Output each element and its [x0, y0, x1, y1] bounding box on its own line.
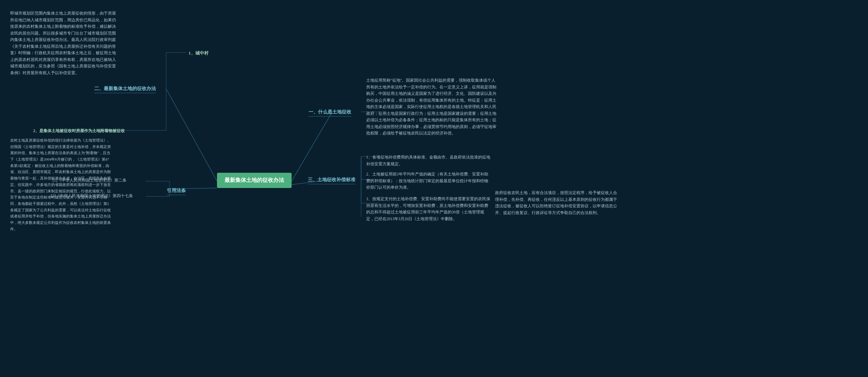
branch-three: 三、土地征收补偿标准: [308, 177, 355, 184]
sub-chengzhongcun: 1、城中村: [189, 50, 209, 56]
ref-2: [2]《中华人民共和国土地管理法》第四十七条: [51, 192, 153, 199]
mind-map: 最新集体土地的征收办法 二、最新集体土地的征收办法 1、城中村 即城市规划区范围…: [0, 0, 868, 377]
ref-1: [1]《中华人民共和国土地管理法》第二条: [53, 177, 154, 184]
svg-line-2: [292, 112, 332, 181]
text-item2: 2、土地被征用前3年平均年产值的确定（有关土地补偿费、安置补助费的补偿标准）：按…: [366, 171, 492, 191]
branch-one: 一、什么是土地征收: [309, 109, 351, 117]
text-item1: 1、各项征地补偿费用的具体标准、金额由市、县政府依法批准的征地补偿安置方案规定。: [366, 154, 492, 167]
text-what-is: 土地征用简称"征地"。国家因社会公共利益的需要，强制收取集体或个人所有的土地并依…: [366, 77, 498, 137]
text-fuzhaowu: 农村土地及房屋征收补偿的现行法律依据为《土地管理法》。但我国《土地管理法》规定的…: [10, 137, 112, 232]
text-chengzhongcun: 即城市规划区范围内集体土地上房屋征收的情形，由于房屋所在地已纳入城市规划区范围，…: [10, 10, 119, 76]
branch-two: 二、最新集体土地的征收办法: [94, 86, 156, 93]
sub-fuzhaowu-label: 2、是集体土地被征收时房屋作为土地附着物被征收: [33, 128, 145, 134]
branch-yinyong: 引用法条: [167, 188, 186, 195]
text-item4: 政府征收农民土地，应有合法项目，按照法定程序，给予被征收人合理补偿，先补偿、再征…: [495, 190, 620, 216]
center-node: 最新集体土地的征收办法: [217, 173, 292, 188]
text-item3: 3、按规定支付的土地补偿费、安置补助费尚不能使需要安置的农民保持原有生活水平的，…: [366, 196, 492, 222]
svg-line-0: [166, 89, 217, 181]
